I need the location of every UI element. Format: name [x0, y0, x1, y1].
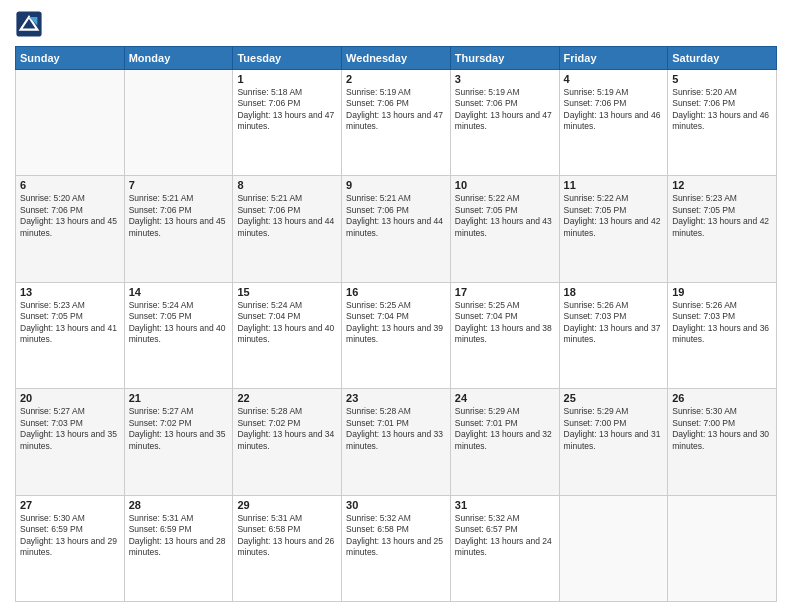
day-info: Sunrise: 5:27 AM Sunset: 7:03 PM Dayligh… [20, 406, 120, 452]
calendar-day-cell: 21Sunrise: 5:27 AM Sunset: 7:02 PM Dayli… [124, 389, 233, 495]
day-info: Sunrise: 5:22 AM Sunset: 7:05 PM Dayligh… [564, 193, 664, 239]
day-number: 6 [20, 179, 120, 191]
calendar-day-cell: 3Sunrise: 5:19 AM Sunset: 7:06 PM Daylig… [450, 70, 559, 176]
day-number: 14 [129, 286, 229, 298]
day-number: 20 [20, 392, 120, 404]
calendar-day-cell: 15Sunrise: 5:24 AM Sunset: 7:04 PM Dayli… [233, 282, 342, 388]
weekday-header: Thursday [450, 47, 559, 70]
day-number: 18 [564, 286, 664, 298]
day-number: 3 [455, 73, 555, 85]
page: SundayMondayTuesdayWednesdayThursdayFrid… [0, 0, 792, 612]
day-info: Sunrise: 5:21 AM Sunset: 7:06 PM Dayligh… [129, 193, 229, 239]
logo-icon [15, 10, 43, 38]
calendar-day-cell: 7Sunrise: 5:21 AM Sunset: 7:06 PM Daylig… [124, 176, 233, 282]
calendar-day-cell [668, 495, 777, 601]
day-number: 26 [672, 392, 772, 404]
calendar-day-cell: 13Sunrise: 5:23 AM Sunset: 7:05 PM Dayli… [16, 282, 125, 388]
calendar-week-row: 6Sunrise: 5:20 AM Sunset: 7:06 PM Daylig… [16, 176, 777, 282]
day-info: Sunrise: 5:25 AM Sunset: 7:04 PM Dayligh… [455, 300, 555, 346]
calendar-table: SundayMondayTuesdayWednesdayThursdayFrid… [15, 46, 777, 602]
calendar-day-cell: 22Sunrise: 5:28 AM Sunset: 7:02 PM Dayli… [233, 389, 342, 495]
day-info: Sunrise: 5:28 AM Sunset: 7:01 PM Dayligh… [346, 406, 446, 452]
day-number: 27 [20, 499, 120, 511]
day-number: 17 [455, 286, 555, 298]
day-info: Sunrise: 5:26 AM Sunset: 7:03 PM Dayligh… [564, 300, 664, 346]
weekday-header: Saturday [668, 47, 777, 70]
calendar-day-cell [16, 70, 125, 176]
day-info: Sunrise: 5:24 AM Sunset: 7:04 PM Dayligh… [237, 300, 337, 346]
day-info: Sunrise: 5:32 AM Sunset: 6:57 PM Dayligh… [455, 513, 555, 559]
day-number: 16 [346, 286, 446, 298]
weekday-header: Tuesday [233, 47, 342, 70]
day-number: 2 [346, 73, 446, 85]
day-number: 22 [237, 392, 337, 404]
day-info: Sunrise: 5:30 AM Sunset: 6:59 PM Dayligh… [20, 513, 120, 559]
day-number: 12 [672, 179, 772, 191]
calendar-day-cell: 28Sunrise: 5:31 AM Sunset: 6:59 PM Dayli… [124, 495, 233, 601]
calendar-day-cell: 4Sunrise: 5:19 AM Sunset: 7:06 PM Daylig… [559, 70, 668, 176]
day-number: 10 [455, 179, 555, 191]
calendar-day-cell: 8Sunrise: 5:21 AM Sunset: 7:06 PM Daylig… [233, 176, 342, 282]
calendar-day-cell: 20Sunrise: 5:27 AM Sunset: 7:03 PM Dayli… [16, 389, 125, 495]
calendar-day-cell: 27Sunrise: 5:30 AM Sunset: 6:59 PM Dayli… [16, 495, 125, 601]
day-info: Sunrise: 5:19 AM Sunset: 7:06 PM Dayligh… [455, 87, 555, 133]
logo [15, 10, 47, 38]
calendar-day-cell: 30Sunrise: 5:32 AM Sunset: 6:58 PM Dayli… [342, 495, 451, 601]
calendar-day-cell: 6Sunrise: 5:20 AM Sunset: 7:06 PM Daylig… [16, 176, 125, 282]
day-number: 23 [346, 392, 446, 404]
day-info: Sunrise: 5:21 AM Sunset: 7:06 PM Dayligh… [346, 193, 446, 239]
day-number: 13 [20, 286, 120, 298]
day-number: 1 [237, 73, 337, 85]
calendar-week-row: 20Sunrise: 5:27 AM Sunset: 7:03 PM Dayli… [16, 389, 777, 495]
day-info: Sunrise: 5:23 AM Sunset: 7:05 PM Dayligh… [20, 300, 120, 346]
calendar-week-row: 13Sunrise: 5:23 AM Sunset: 7:05 PM Dayli… [16, 282, 777, 388]
day-number: 25 [564, 392, 664, 404]
day-info: Sunrise: 5:26 AM Sunset: 7:03 PM Dayligh… [672, 300, 772, 346]
day-number: 9 [346, 179, 446, 191]
day-info: Sunrise: 5:29 AM Sunset: 7:01 PM Dayligh… [455, 406, 555, 452]
calendar-day-cell: 18Sunrise: 5:26 AM Sunset: 7:03 PM Dayli… [559, 282, 668, 388]
day-info: Sunrise: 5:18 AM Sunset: 7:06 PM Dayligh… [237, 87, 337, 133]
calendar-day-cell [559, 495, 668, 601]
calendar-day-cell: 9Sunrise: 5:21 AM Sunset: 7:06 PM Daylig… [342, 176, 451, 282]
day-info: Sunrise: 5:29 AM Sunset: 7:00 PM Dayligh… [564, 406, 664, 452]
day-number: 8 [237, 179, 337, 191]
weekday-header-row: SundayMondayTuesdayWednesdayThursdayFrid… [16, 47, 777, 70]
calendar-day-cell: 31Sunrise: 5:32 AM Sunset: 6:57 PM Dayli… [450, 495, 559, 601]
day-number: 7 [129, 179, 229, 191]
day-info: Sunrise: 5:25 AM Sunset: 7:04 PM Dayligh… [346, 300, 446, 346]
day-number: 21 [129, 392, 229, 404]
calendar-day-cell: 12Sunrise: 5:23 AM Sunset: 7:05 PM Dayli… [668, 176, 777, 282]
day-info: Sunrise: 5:32 AM Sunset: 6:58 PM Dayligh… [346, 513, 446, 559]
day-info: Sunrise: 5:30 AM Sunset: 7:00 PM Dayligh… [672, 406, 772, 452]
calendar-week-row: 27Sunrise: 5:30 AM Sunset: 6:59 PM Dayli… [16, 495, 777, 601]
day-number: 31 [455, 499, 555, 511]
day-info: Sunrise: 5:22 AM Sunset: 7:05 PM Dayligh… [455, 193, 555, 239]
day-info: Sunrise: 5:31 AM Sunset: 6:58 PM Dayligh… [237, 513, 337, 559]
day-number: 11 [564, 179, 664, 191]
day-info: Sunrise: 5:19 AM Sunset: 7:06 PM Dayligh… [346, 87, 446, 133]
day-info: Sunrise: 5:20 AM Sunset: 7:06 PM Dayligh… [672, 87, 772, 133]
calendar-week-row: 1Sunrise: 5:18 AM Sunset: 7:06 PM Daylig… [16, 70, 777, 176]
calendar-day-cell: 26Sunrise: 5:30 AM Sunset: 7:00 PM Dayli… [668, 389, 777, 495]
day-info: Sunrise: 5:19 AM Sunset: 7:06 PM Dayligh… [564, 87, 664, 133]
day-number: 24 [455, 392, 555, 404]
weekday-header: Monday [124, 47, 233, 70]
day-number: 15 [237, 286, 337, 298]
calendar-day-cell: 19Sunrise: 5:26 AM Sunset: 7:03 PM Dayli… [668, 282, 777, 388]
calendar-day-cell: 14Sunrise: 5:24 AM Sunset: 7:05 PM Dayli… [124, 282, 233, 388]
day-info: Sunrise: 5:21 AM Sunset: 7:06 PM Dayligh… [237, 193, 337, 239]
day-number: 29 [237, 499, 337, 511]
weekday-header: Friday [559, 47, 668, 70]
header [15, 10, 777, 38]
day-number: 5 [672, 73, 772, 85]
calendar-day-cell: 25Sunrise: 5:29 AM Sunset: 7:00 PM Dayli… [559, 389, 668, 495]
calendar-day-cell: 17Sunrise: 5:25 AM Sunset: 7:04 PM Dayli… [450, 282, 559, 388]
calendar-day-cell: 5Sunrise: 5:20 AM Sunset: 7:06 PM Daylig… [668, 70, 777, 176]
day-info: Sunrise: 5:27 AM Sunset: 7:02 PM Dayligh… [129, 406, 229, 452]
calendar-day-cell: 29Sunrise: 5:31 AM Sunset: 6:58 PM Dayli… [233, 495, 342, 601]
calendar-day-cell: 1Sunrise: 5:18 AM Sunset: 7:06 PM Daylig… [233, 70, 342, 176]
day-info: Sunrise: 5:20 AM Sunset: 7:06 PM Dayligh… [20, 193, 120, 239]
calendar-day-cell: 16Sunrise: 5:25 AM Sunset: 7:04 PM Dayli… [342, 282, 451, 388]
day-number: 4 [564, 73, 664, 85]
